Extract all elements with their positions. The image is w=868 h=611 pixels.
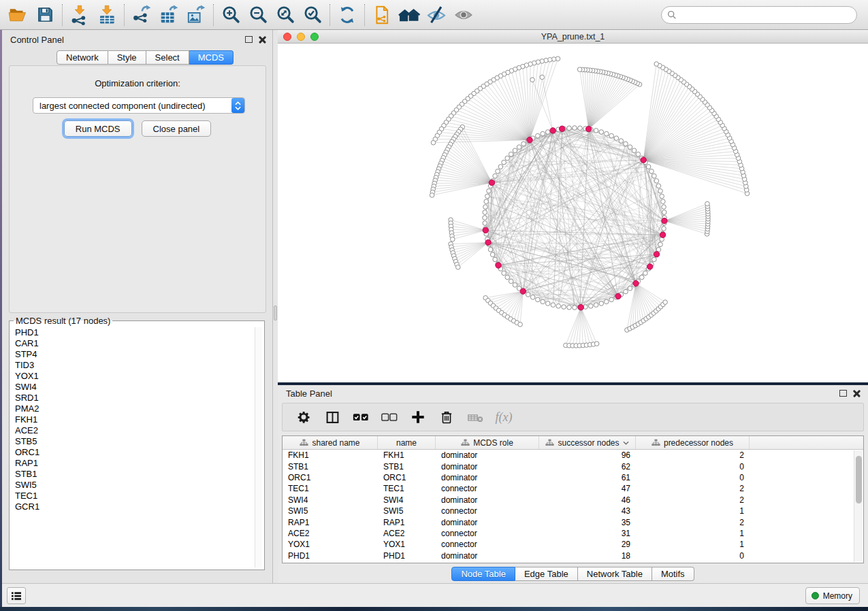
mcds-result-item[interactable]: TEC1 bbox=[12, 491, 262, 501]
control-tab-mcds[interactable]: MCDS bbox=[189, 50, 234, 65]
deselect-all-rows-button[interactable] bbox=[376, 405, 402, 429]
first-neighbors-button[interactable] bbox=[396, 2, 423, 28]
column-header-MCDS-role[interactable]: MCDS role bbox=[436, 436, 539, 449]
column-header-name[interactable]: name bbox=[378, 436, 436, 449]
network-node[interactable] bbox=[483, 205, 488, 210]
mcds-hub-node[interactable] bbox=[633, 280, 639, 286]
zoom-selected-button[interactable] bbox=[299, 2, 326, 28]
mcds-hub-node[interactable] bbox=[647, 264, 653, 269]
network-node[interactable] bbox=[649, 169, 654, 174]
network-node[interactable] bbox=[643, 271, 648, 276]
network-node[interactable] bbox=[509, 152, 513, 156]
column-header-successor-nodes[interactable]: successor nodes bbox=[539, 436, 636, 449]
mcds-result-item[interactable]: ORC1 bbox=[12, 447, 262, 458]
network-node[interactable] bbox=[562, 305, 566, 310]
mcds-result-item[interactable]: SWI4 bbox=[12, 382, 262, 393]
network-node[interactable] bbox=[652, 174, 657, 178]
network-node[interactable] bbox=[541, 299, 545, 304]
mcds-hub-node[interactable] bbox=[641, 157, 646, 163]
network-node[interactable] bbox=[652, 257, 657, 262]
table-scrollbar-thumb[interactable] bbox=[856, 456, 862, 503]
network-node[interactable] bbox=[573, 126, 577, 131]
mcds-result-item[interactable]: RAP1 bbox=[12, 458, 262, 469]
network-node[interactable] bbox=[502, 160, 507, 165]
network-node[interactable] bbox=[567, 126, 572, 131]
network-node[interactable] bbox=[513, 283, 517, 288]
table-row[interactable]: TEC1TEC1connector472 bbox=[283, 483, 863, 494]
network-node[interactable] bbox=[509, 279, 513, 284]
mcds-result-item[interactable]: PHD1 bbox=[12, 327, 262, 338]
mcds-result-item[interactable]: PMA2 bbox=[12, 403, 262, 414]
network-node[interactable] bbox=[662, 210, 666, 215]
network-leaf-node[interactable] bbox=[654, 62, 659, 67]
network-node[interactable] bbox=[488, 248, 493, 252]
export-network-button[interactable] bbox=[128, 2, 155, 28]
network-node[interactable] bbox=[483, 210, 487, 215]
table-tab-motifs[interactable]: Motifs bbox=[652, 567, 694, 581]
splitter-handle[interactable] bbox=[274, 306, 277, 320]
table-tab-network-table[interactable]: Network Table bbox=[578, 567, 652, 581]
import-network-button[interactable] bbox=[66, 2, 93, 28]
function-builder-button[interactable]: f(x) bbox=[491, 405, 517, 429]
table-row[interactable]: PHD1PHD1dominator180 bbox=[283, 550, 863, 561]
network-node[interactable] bbox=[496, 169, 500, 174]
network-node[interactable] bbox=[526, 293, 530, 297]
hide-selected-button[interactable] bbox=[423, 2, 450, 28]
network-node[interactable] bbox=[556, 304, 561, 309]
network-node[interactable] bbox=[605, 131, 609, 136]
table-row[interactable]: FKH1FKH1dominator962 bbox=[283, 450, 863, 461]
delete-rows-button[interactable] bbox=[434, 405, 460, 429]
network-node[interactable] bbox=[551, 303, 556, 308]
network-node[interactable] bbox=[619, 139, 624, 144]
network-leaf-node[interactable] bbox=[518, 323, 523, 327]
mcds-hub-node[interactable] bbox=[585, 126, 591, 131]
network-node[interactable] bbox=[640, 275, 645, 280]
open-file-button[interactable] bbox=[4, 2, 31, 28]
network-node[interactable] bbox=[545, 130, 550, 135]
import-table-button[interactable] bbox=[93, 2, 120, 28]
network-node[interactable] bbox=[493, 257, 498, 262]
network-node[interactable] bbox=[594, 303, 598, 308]
network-node[interactable] bbox=[536, 133, 541, 138]
mcds-result-item[interactable]: FKH1 bbox=[12, 414, 262, 425]
network-leaf-node[interactable] bbox=[430, 193, 434, 198]
zoom-out-button[interactable] bbox=[244, 2, 272, 28]
close-panel-button[interactable]: Close panel bbox=[142, 120, 212, 137]
mcds-hub-node[interactable] bbox=[489, 180, 494, 185]
mcds-result-item[interactable]: SRD1 bbox=[12, 393, 262, 403]
criterion-dropdown[interactable]: largest connected component (undirected) bbox=[33, 97, 245, 114]
network-node[interactable] bbox=[662, 227, 666, 231]
network-node[interactable] bbox=[661, 199, 666, 204]
run-mcds-button[interactable]: Run MCDS bbox=[64, 120, 132, 137]
network-node[interactable] bbox=[541, 131, 545, 136]
network-leaf-node[interactable] bbox=[663, 300, 668, 305]
table-row[interactable]: ORC1ORC1dominator610 bbox=[283, 472, 863, 483]
network-node[interactable] bbox=[662, 205, 666, 210]
zoom-fit-button[interactable] bbox=[272, 2, 299, 28]
column-header-predecessor-nodes[interactable]: predecessor nodes bbox=[636, 436, 750, 449]
column-visibility-button[interactable] bbox=[319, 405, 345, 429]
network-node[interactable] bbox=[628, 286, 632, 291]
network-node[interactable] bbox=[614, 136, 619, 141]
mcds-hub-node[interactable] bbox=[615, 293, 621, 299]
network-node[interactable] bbox=[521, 142, 526, 146]
network-leaf-node[interactable] bbox=[530, 78, 535, 82]
network-node[interactable] bbox=[658, 188, 663, 193]
network-leaf-node[interactable] bbox=[431, 140, 436, 145]
control-panel-float-button[interactable] bbox=[245, 36, 253, 43]
export-image-button[interactable] bbox=[182, 2, 210, 28]
export-network-document-button[interactable] bbox=[368, 2, 396, 28]
task-history-button[interactable] bbox=[7, 587, 26, 604]
column-header-shared-name[interactable]: shared name bbox=[283, 436, 378, 449]
mcds-result-scrollbar[interactable] bbox=[255, 327, 262, 567]
network-node[interactable] bbox=[628, 145, 632, 150]
network-leaf-node[interactable] bbox=[705, 201, 710, 206]
network-node[interactable] bbox=[498, 165, 503, 169]
network-node[interactable] bbox=[573, 306, 577, 310]
network-node[interactable] bbox=[609, 133, 614, 138]
mcds-hub-node[interactable] bbox=[485, 240, 491, 245]
network-node[interactable] bbox=[505, 156, 510, 161]
table-row[interactable]: SWI4SWI4dominator462 bbox=[283, 495, 863, 506]
network-node[interactable] bbox=[485, 194, 490, 199]
mcds-hub-node[interactable] bbox=[483, 227, 488, 233]
